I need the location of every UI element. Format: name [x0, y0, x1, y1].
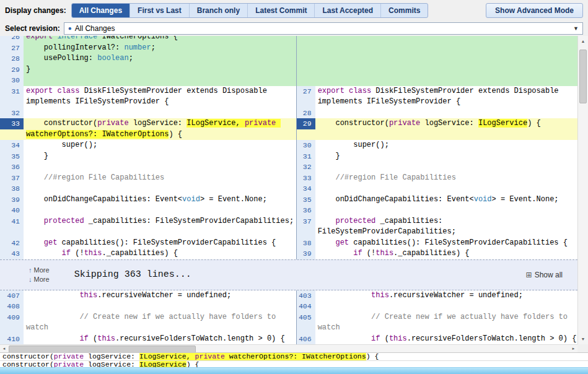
- more-up-button[interactable]: ↑ More: [29, 266, 50, 274]
- right-line-number[interactable]: 403: [297, 290, 315, 302]
- left-code-line[interactable]: constructor(private logService: ILogServ…: [24, 118, 297, 140]
- right-code-line[interactable]: super();: [315, 140, 577, 151]
- tab-last-accepted[interactable]: Last Accepted: [314, 4, 380, 17]
- right-line-number[interactable]: 405: [297, 312, 315, 334]
- right-line-number[interactable]: 28: [297, 108, 315, 119]
- right-line-number[interactable]: [297, 43, 315, 54]
- left-line-number[interactable]: 42: [0, 238, 24, 249]
- left-code-line[interactable]: [24, 183, 297, 194]
- right-line-number[interactable]: 34: [297, 183, 315, 194]
- left-line-number[interactable]: 30: [0, 75, 24, 86]
- right-line-number[interactable]: 33: [297, 173, 315, 184]
- revision-dropdown[interactable]: ● All Changes ▼: [64, 22, 583, 35]
- right-code-line[interactable]: this.recursiveWatcher = undefined;: [315, 290, 577, 302]
- right-code-line[interactable]: }: [315, 151, 577, 162]
- vertical-scrollbar[interactable]: ▲ ▼: [577, 36, 588, 344]
- left-code-line[interactable]: [24, 162, 297, 173]
- scroll-down-icon[interactable]: ▼: [578, 334, 588, 344]
- left-line-number[interactable]: 34: [0, 140, 24, 151]
- left-line-number[interactable]: 41: [0, 216, 24, 238]
- horizontal-scrollbar[interactable]: ◄ ►: [0, 344, 577, 352]
- vertical-scrollbar-thumb[interactable]: [579, 50, 587, 103]
- right-code-line[interactable]: [315, 108, 577, 119]
- right-line-number[interactable]: [297, 36, 315, 43]
- left-line-number[interactable]: 27: [0, 43, 24, 54]
- left-code-line[interactable]: if (this.recursiveFoldersToWatch.length …: [24, 334, 297, 345]
- right-line-number[interactable]: 406: [297, 334, 315, 345]
- right-code-line[interactable]: [315, 36, 577, 43]
- left-code-line[interactable]: }: [24, 151, 297, 162]
- left-line-number[interactable]: 29: [0, 64, 24, 76]
- right-line-number[interactable]: 37: [297, 216, 315, 238]
- left-code-line[interactable]: pollingInterval?: number;: [24, 43, 297, 54]
- left-line-number[interactable]: 36: [0, 162, 24, 173]
- left-line-number[interactable]: 39: [0, 194, 24, 206]
- right-line-number[interactable]: 31: [297, 151, 315, 162]
- left-code-line[interactable]: super();: [24, 140, 297, 151]
- right-line-number[interactable]: 32: [297, 162, 315, 173]
- left-code-line[interactable]: protected _capabilities: FileSystemProvi…: [24, 216, 297, 238]
- left-code-line[interactable]: [24, 301, 297, 312]
- left-line-number[interactable]: 33: [0, 118, 24, 140]
- show-all-button[interactable]: ⊞Show all: [526, 271, 563, 279]
- left-code-line[interactable]: //#region File Capabilities: [24, 173, 297, 184]
- left-line-number[interactable]: 31: [0, 86, 24, 108]
- right-line-number[interactable]: 404: [297, 301, 315, 312]
- scroll-right-icon[interactable]: ►: [569, 345, 577, 352]
- right-line-number[interactable]: 27: [297, 86, 315, 108]
- left-line-number[interactable]: 408: [0, 301, 24, 312]
- right-code-line[interactable]: // Create new if we actually have folder…: [315, 312, 577, 334]
- right-code-line[interactable]: [315, 301, 577, 312]
- left-code-line[interactable]: if (!this._capabilities) {: [24, 248, 297, 259]
- tab-first-vs-last[interactable]: First vs Last: [129, 4, 189, 17]
- left-line-number[interactable]: 37: [0, 173, 24, 184]
- left-code-line[interactable]: get capabilities(): FileSystemProviderCa…: [24, 238, 297, 249]
- left-code-line[interactable]: usePolling: boolean;: [24, 53, 297, 64]
- left-code-line[interactable]: // Create new if we actually have folder…: [24, 312, 297, 334]
- left-code-line[interactable]: [24, 108, 297, 119]
- left-line-number[interactable]: 28: [0, 53, 24, 64]
- right-line-number[interactable]: [297, 53, 315, 64]
- right-code-line[interactable]: [315, 205, 577, 216]
- selection-bar[interactable]: [0, 367, 588, 374]
- left-code-line[interactable]: this.recursiveWatcher = undefined;: [24, 290, 297, 302]
- tab-branch-only[interactable]: Branch only: [189, 4, 247, 17]
- right-code-line[interactable]: constructor(private logService: ILogServ…: [315, 118, 577, 140]
- right-code-line[interactable]: export class DiskFileSystemProvider exte…: [315, 86, 577, 108]
- tab-commits[interactable]: Commits: [380, 4, 428, 17]
- left-line-number[interactable]: 38: [0, 183, 24, 194]
- left-line-number[interactable]: 40: [0, 205, 24, 216]
- right-code-line[interactable]: [315, 53, 577, 64]
- left-line-number[interactable]: 26: [0, 36, 24, 43]
- right-line-number[interactable]: 29: [297, 118, 315, 140]
- left-line-number[interactable]: 410: [0, 334, 24, 345]
- right-line-number[interactable]: 36: [297, 205, 315, 216]
- left-line-number[interactable]: 32: [0, 108, 24, 119]
- tab-latest-commit[interactable]: Latest Commit: [247, 4, 314, 17]
- right-code-line[interactable]: [315, 75, 577, 86]
- right-code-line[interactable]: [315, 43, 577, 54]
- left-line-number[interactable]: 407: [0, 290, 24, 302]
- tab-all-changes[interactable]: All Changes: [72, 4, 129, 17]
- right-code-line[interactable]: onDidChangeCapabilities: Event<void> = E…: [315, 194, 577, 206]
- left-code-line[interactable]: onDidChangeCapabilities: Event<void> = E…: [24, 194, 297, 206]
- right-line-number[interactable]: 39: [297, 248, 315, 259]
- show-advanced-mode-button[interactable]: Show Advanced Mode: [486, 3, 583, 18]
- right-code-line[interactable]: //#region File Capabilities: [315, 173, 577, 184]
- left-code-line[interactable]: export interface IWatcherOptions {: [24, 36, 297, 43]
- right-line-number[interactable]: 35: [297, 194, 315, 206]
- left-code-line[interactable]: [24, 205, 297, 216]
- left-line-number[interactable]: 43: [0, 248, 24, 259]
- right-code-line[interactable]: protected _capabilities: FileSystemProvi…: [315, 216, 577, 238]
- left-code-line[interactable]: export class DiskFileSystemProvider exte…: [24, 86, 297, 108]
- left-code-line[interactable]: }: [24, 64, 297, 76]
- right-line-number[interactable]: [297, 64, 315, 76]
- left-code-line[interactable]: [24, 75, 297, 86]
- right-code-line[interactable]: [315, 162, 577, 173]
- right-code-line[interactable]: [315, 183, 577, 194]
- scroll-up-icon[interactable]: ▲: [578, 36, 588, 46]
- right-code-line[interactable]: if (!this._capabilities) {: [315, 248, 577, 259]
- left-line-number[interactable]: 35: [0, 151, 24, 162]
- right-code-line[interactable]: if (this.recursiveFoldersToWatch.length …: [315, 334, 577, 345]
- right-code-line[interactable]: [315, 64, 577, 76]
